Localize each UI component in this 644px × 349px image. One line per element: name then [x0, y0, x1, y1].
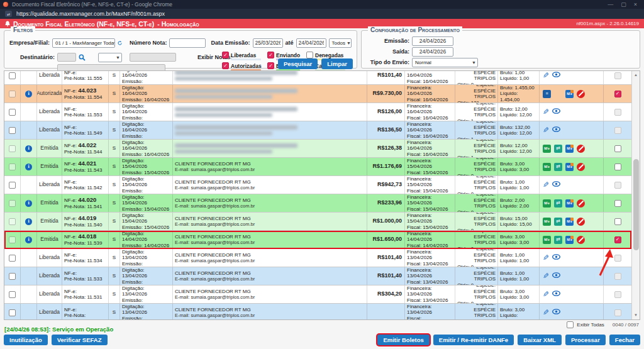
row-checkbox[interactable] [9, 145, 16, 152]
emissao-input[interactable] [412, 36, 453, 46]
empresa-select[interactable]: 01 / 1 - MaxManager Today-SP-Matriz 1▼ [52, 38, 115, 48]
row-checkbox[interactable] [9, 127, 16, 134]
scroll-up-icon[interactable]: ▲ [632, 71, 640, 79]
resend-email-icon[interactable]: ⇄ [554, 145, 562, 153]
danfe-nfe-icon[interactable]: NFe [565, 90, 574, 98]
cancel-nfe-icon[interactable] [577, 199, 585, 208]
danfe-nfe-icon[interactable]: NFe [565, 145, 574, 153]
edit-icon[interactable]: ✎ [543, 272, 549, 280]
cancel-nfe-icon[interactable] [577, 236, 585, 244]
processar-button[interactable]: Processar [565, 335, 606, 345]
row-checkbox[interactable] [9, 182, 16, 189]
info-icon[interactable]: i [25, 218, 32, 225]
row-checkbox[interactable] [9, 273, 16, 280]
scrollbar-thumb[interactable] [633, 159, 639, 250]
cancel-nfe-icon[interactable] [577, 218, 585, 226]
emit-checkbox[interactable] [614, 145, 621, 152]
data-fim-input[interactable] [296, 38, 326, 48]
fechar-button[interactable]: Fechar [609, 335, 640, 345]
refresh-icon[interactable] [118, 40, 122, 47]
scroll-down-icon[interactable]: ▼ [632, 311, 640, 319]
emit-checkbox[interactable] [614, 218, 621, 225]
info-icon[interactable]: i [25, 236, 32, 243]
exibir-todas-checkbox[interactable] [567, 321, 574, 328]
xml-nfe-icon[interactable]: NFe [543, 199, 551, 208]
xml-nfe-icon[interactable]: NFe [543, 145, 551, 153]
edit-icon[interactable]: ✎ [543, 126, 549, 134]
view-icon[interactable] [552, 108, 560, 116]
saida-input[interactable] [412, 47, 453, 57]
row-checkbox[interactable] [9, 309, 16, 316]
inutilizac-a-o-button[interactable]: Inutilização [4, 335, 48, 345]
resend-email-icon[interactable]: ⇄ [554, 236, 562, 244]
xml-nfe-icon[interactable]: NFe [543, 163, 551, 171]
edit-icon[interactable]: ✎ [543, 291, 549, 298]
search-icon[interactable] [79, 54, 86, 61]
danfe-xml-icon[interactable]: ≡ [543, 90, 551, 98]
filter-checkbox-denegadas[interactable] [306, 52, 313, 58]
destinatario-tipo-select[interactable]: ▼ [98, 53, 122, 62]
row-checkbox[interactable] [9, 236, 16, 243]
danfe-nfe-icon[interactable]: NFe [565, 199, 574, 208]
view-icon[interactable] [552, 309, 560, 316]
cancel-nfe-icon[interactable] [577, 145, 585, 153]
info-icon[interactable]: i [25, 91, 32, 97]
minimize-icon[interactable]: — [608, 0, 613, 9]
emit-checkbox[interactable]: ✓ [614, 91, 621, 97]
tipo-envio-select[interactable]: Normal▼ [412, 58, 478, 67]
data-inicio-input[interactable] [253, 38, 283, 48]
close-icon[interactable]: × [634, 0, 637, 9]
info-icon[interactable]: i [25, 200, 32, 207]
verificar-sefaz-button[interactable]: Verificar SEFAZ [52, 335, 108, 345]
row-checkbox[interactable] [9, 218, 16, 225]
emit-checkbox[interactable] [614, 163, 621, 170]
emit-checkbox[interactable]: ✓ [614, 236, 621, 243]
periodo-select[interactable]: Todos▼ [329, 38, 352, 48]
baixar-xml-button[interactable]: Baixar XML [518, 335, 562, 345]
xml-nfe-icon[interactable]: NFe [543, 218, 551, 226]
limpar-button[interactable]: Limpar [321, 58, 353, 69]
info-icon[interactable]: i [25, 145, 32, 152]
edit-icon[interactable]: ✎ [543, 108, 549, 116]
emitir-re-emitir-danfe-button[interactable]: Emitir / Re-emitir DANFe [433, 335, 514, 345]
info-icon[interactable]: i [25, 163, 32, 170]
filter-checkbox-enviando[interactable]: ✓ [267, 52, 274, 58]
xml-nfe-icon[interactable]: NFe [543, 236, 551, 244]
edit-icon[interactable]: ✎ [543, 309, 549, 316]
danfe-nfe-icon[interactable]: NFe [565, 163, 574, 171]
filter-checkbox-autorizadas[interactable]: ✓ [222, 62, 229, 69]
row-checkbox[interactable] [9, 291, 16, 298]
resend-email-icon[interactable]: ⇄ [554, 163, 562, 171]
cancel-nfe-icon[interactable] [577, 163, 585, 171]
row-checkbox[interactable] [9, 200, 16, 207]
view-icon[interactable] [552, 291, 560, 298]
view-icon[interactable] [552, 272, 560, 280]
filter-checkbox-emitidas[interactable]: ✓ [267, 62, 274, 69]
resend-email-icon[interactable]: ⇄ [554, 199, 562, 208]
danfe-nfe-icon[interactable]: NFe [565, 218, 574, 226]
view-icon[interactable] [552, 254, 560, 262]
row-checkbox[interactable] [9, 163, 16, 170]
resend-email-icon[interactable]: ⇄ [554, 218, 562, 226]
emit-checkbox[interactable] [614, 200, 621, 207]
qtde-value: Qtde: 0 [457, 191, 496, 194]
emitir-boletos-button[interactable]: Emitir Boletos [377, 335, 429, 345]
view-icon[interactable] [552, 181, 560, 189]
edit-icon[interactable]: ✎ [543, 181, 549, 189]
row-checkbox[interactable] [9, 91, 16, 97]
numero-nota-input[interactable] [169, 38, 206, 48]
edit-icon[interactable]: ✎ [543, 254, 549, 262]
edit-icon[interactable]: ✎ [543, 72, 549, 79]
row-checkbox[interactable] [9, 72, 16, 79]
view-icon[interactable] [552, 72, 560, 79]
cancel-nfe-icon[interactable] [577, 90, 585, 98]
filter-checkbox-liberadas[interactable]: ✓ [222, 52, 229, 58]
row-checkbox[interactable] [9, 255, 16, 262]
view-icon[interactable] [552, 126, 560, 134]
maximize-icon[interactable]: ▢ [621, 0, 626, 9]
tab-switch-icon[interactable]: ⇄ [5, 11, 12, 17]
url-text[interactable]: https://qualidade.maxmanager.com.br/MaxN… [16, 11, 165, 17]
row-checkbox[interactable] [9, 109, 16, 116]
danfe-nfe-icon[interactable]: NFe [565, 236, 574, 244]
pesquisar-button[interactable]: Pesquisar [278, 58, 318, 69]
